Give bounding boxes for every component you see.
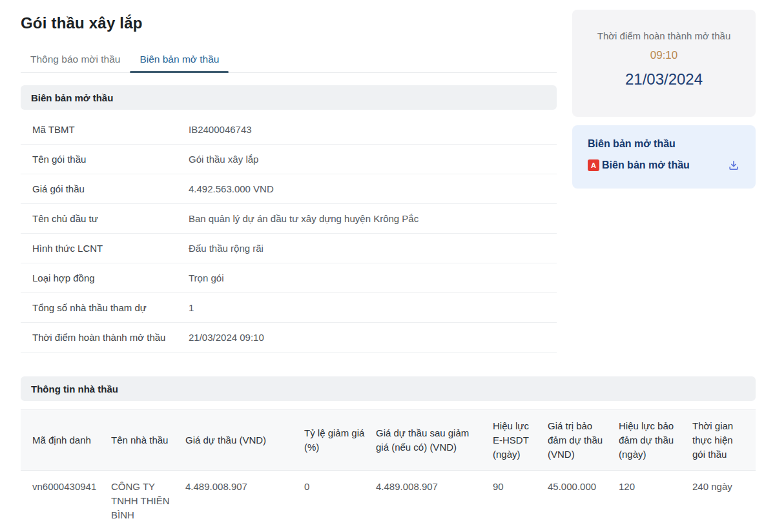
detail-label: Mã TBMT [32,124,189,135]
detail-row-ma-tbmt: Mã TBMT IB2400046743 [21,115,557,145]
detail-label: Tên chủ đầu tư [32,213,189,224]
detail-list: Mã TBMT IB2400046743 Tên gói thầu Gói th… [21,115,557,353]
detail-value: 21/03/2024 09:10 [189,332,545,343]
tab-bien-ban-mo-thau[interactable]: Biên bản mở thầu [130,50,229,72]
column-header-ten-nha-thau: Tên nhà thầu [111,410,185,471]
completion-time-card: Thời điểm hoàn thành mở thầu 09:10 21/03… [572,10,756,117]
detail-value: IB2400046743 [189,124,545,135]
detail-row-tong-so-nha-thau: Tổng số nhà thầu tham dự 1 [21,293,557,323]
detail-value: Trọn gói [189,272,545,283]
detail-label: Hình thức LCNT [32,243,189,254]
column-header-gia-du-thau: Giá dự thầu (VND) [185,410,304,471]
bid-package-page: Gói thầu xây lắp Thông báo mời thầu Biên… [0,0,775,529]
cell-ty-le-giam-gia: 0 [304,471,376,529]
record-download-card: Biên bản mở thầu A Biên bản mở thầu [572,125,756,189]
right-sidebar: Thời điểm hoàn thành mở thầu 09:10 21/03… [572,0,756,189]
detail-label: Giá gói thầu [32,183,189,194]
detail-value: 1 [189,302,545,313]
table-row: vn6000430941 CÔNG TY TNHH THIÊN BÌNH 4.4… [21,471,756,529]
contractor-section: Thông tin nhà thầu Mã định danh Tên nhà … [21,376,756,529]
completion-time-label: Thời điểm hoàn thành mở thầu [580,30,748,41]
column-header-ma-dinh-danh: Mã định danh [21,410,111,471]
detail-value: Đấu thầu rộng rãi [189,243,545,254]
record-card-title: Biên bản mở thầu [588,138,740,150]
detail-label: Tổng số nhà thầu tham dự [32,302,189,313]
tab-bar: Thông báo mời thầu Biên bản mở thầu [21,50,557,73]
detail-row-thoi-diem-mo-thau: Thời điểm hoàn thành mở thầu 21/03/2024 … [21,323,557,353]
cell-thoi-gian-thuc-hien: 240 ngày [692,471,756,529]
detail-value: Ban quản lý dự án đầu tư xây dựng huyện … [189,213,545,224]
detail-label: Loại hợp đồng [32,272,189,283]
detail-label: Tên gói thầu [32,154,189,165]
detail-value: Gói thầu xây lắp [189,154,545,165]
cell-ten-nha-thau: CÔNG TY TNHH THIÊN BÌNH [111,471,185,529]
record-file-row: A Biên bản mở thầu [588,159,740,172]
page-title: Gói thầu xây lắp [21,14,557,32]
table-header-row: Mã định danh Tên nhà thầu Giá dự thầu (V… [21,410,756,471]
detail-row-hinh-thuc-lcnt: Hình thức LCNT Đấu thầu rộng rãi [21,234,557,263]
cell-ma-dinh-danh: vn6000430941 [21,471,111,529]
detail-row-gia-goi-thau: Giá gói thầu 4.492.563.000 VND [21,174,557,204]
detail-label: Thời điểm hoàn thành mở thầu [32,332,189,343]
detail-value: 4.492.563.000 VND [189,183,545,194]
cell-hieu-luc-bao-dam: 120 [619,471,692,529]
cell-gia-sau-giam-gia: 4.489.008.907 [376,471,493,529]
column-header-ty-le-giam-gia: Tỷ lệ giảm giá (%) [304,410,376,471]
contractor-table: Mã định danh Tên nhà thầu Giá dự thầu (V… [21,409,756,529]
cell-gia-tri-bao-dam: 45.000.000 [548,471,619,529]
column-header-thoi-gian-thuc-hien: Thời gian thực hiện gói thầu [692,410,756,471]
download-icon[interactable] [727,159,740,172]
pdf-file-icon: A [588,159,599,171]
section-header-bien-ban-mo-thau: Biên bản mở thầu [21,85,557,110]
completion-time-value: 09:10 [580,49,748,62]
cell-hieu-luc-ehsdt: 90 [493,471,548,529]
tab-thong-bao-moi-thau[interactable]: Thông báo mời thầu [21,50,130,72]
column-header-gia-tri-bao-dam: Giá trị bảo đảm dự thầu (VND) [548,410,619,471]
cell-gia-du-thau: 4.489.008.907 [185,471,304,529]
column-header-hieu-luc-ehsdt: Hiệu lực E-HSDT (ngày) [493,410,548,471]
detail-row-ten-chu-dau-tu: Tên chủ đầu tư Ban quản lý dự án đầu tư … [21,204,557,234]
column-header-gia-sau-giam-gia: Giá dự thầu sau giảm giá (nếu có) (VND) [376,410,493,471]
column-header-hieu-luc-bao-dam: Hiệu lực bảo đảm dự thầu (ngày) [619,410,692,471]
completion-date-value: 21/03/2024 [580,70,748,88]
detail-row-ten-goi-thau: Tên gói thầu Gói thầu xây lắp [21,145,557,174]
record-file-link[interactable]: Biên bản mở thầu [602,159,690,171]
detail-row-loai-hop-dong: Loại hợp đồng Trọn gói [21,263,557,293]
section-header-thong-tin-nha-thau: Thông tin nhà thầu [21,376,756,401]
